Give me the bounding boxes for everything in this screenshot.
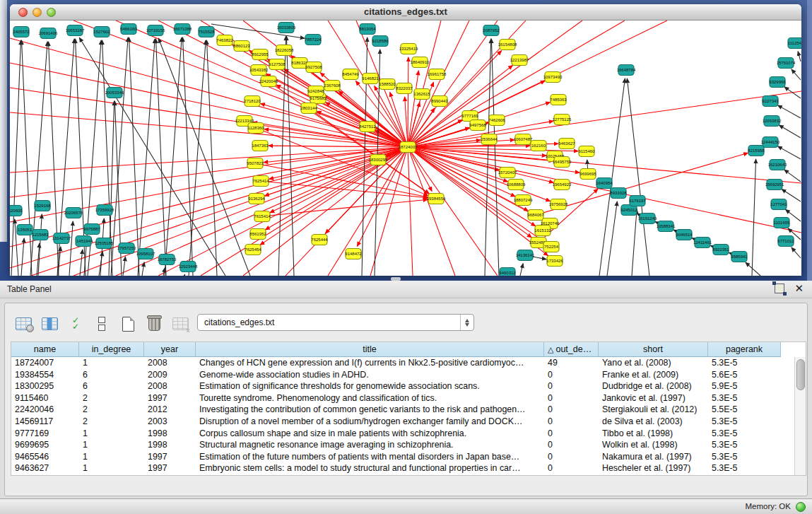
graph-node[interactable]: 9242848: [307, 86, 324, 97]
graph-node[interactable]: 2367608: [324, 81, 341, 91]
graph-edge[interactable]: [777, 146, 801, 159]
table-row[interactable]: 946362711997Embryonic stem cells: a mode…: [11, 462, 806, 474]
graph-node[interactable]: 7515528: [198, 27, 215, 37]
graph-node[interactable]: 1847363: [252, 141, 269, 151]
graph-node[interactable]: 7463822: [216, 35, 233, 46]
table-cell[interactable]: Investigating the contribution of common…: [196, 404, 544, 416]
column-header-title[interactable]: title: [196, 342, 544, 357]
table-cell[interactable]: 5.5E-5: [708, 404, 781, 416]
graph-edge[interactable]: [38, 214, 42, 276]
graph-node[interactable]: 14136141: [516, 250, 535, 261]
graph-node[interactable]: 20691406: [39, 28, 58, 39]
graph-node[interactable]: 9115460: [579, 146, 596, 157]
graph-edge[interactable]: [599, 78, 625, 276]
table-cell[interactable]: Tibbo et al. (1998): [599, 428, 708, 440]
graph-edge[interactable]: [158, 38, 250, 276]
graph-node[interactable]: 1112544: [788, 38, 801, 49]
graph-edge[interactable]: [607, 201, 617, 276]
table-cell[interactable]: de Silva et al. (2003): [599, 416, 708, 428]
table-cell[interactable]: 2012: [144, 404, 196, 416]
graph-edge[interactable]: [792, 247, 801, 258]
graph-edge[interactable]: [408, 147, 413, 276]
graph-node[interactable]: 13142737: [52, 233, 71, 244]
table-cell[interactable]: 0: [544, 451, 599, 463]
graph-node[interactable]: 16671388: [173, 24, 192, 35]
table-cell[interactable]: 2003: [144, 416, 196, 428]
graph-node[interactable]: 18807249: [514, 195, 533, 206]
graph-node[interactable]: 2803144: [300, 103, 317, 114]
table-cell[interactable]: 9699695: [11, 439, 79, 451]
table-cell[interactable]: 1: [79, 439, 144, 451]
table-cell[interactable]: 6: [79, 369, 144, 381]
graph-node[interactable]: 16210643: [768, 160, 787, 170]
graph-node[interactable]: 10543382: [249, 65, 269, 76]
graph-edge[interactable]: [784, 87, 801, 98]
column-header-year[interactable]: year: [144, 342, 196, 357]
graph-node[interactable]: 1588520: [379, 79, 396, 90]
graph-node[interactable]: 8813054: [359, 24, 376, 35]
table-cell[interactable]: 5.3E-5: [708, 439, 781, 451]
graph-node[interactable]: 2520605: [10, 206, 23, 216]
graph-node[interactable]: 135051: [17, 225, 33, 235]
graph-node[interactable]: 2087652: [483, 25, 500, 36]
graph-node[interactable]: 9699695: [579, 169, 596, 180]
minimize-window-icon[interactable]: [33, 8, 42, 17]
graph-edge[interactable]: [80, 250, 83, 276]
table-cell[interactable]: 5.3E-5: [708, 416, 781, 428]
graph-edge[interactable]: [138, 39, 155, 276]
graph-node[interactable]: 19654923: [553, 180, 572, 190]
graph-node[interactable]: 9218586: [372, 36, 389, 47]
graph-edge[interactable]: [10, 147, 408, 247]
table-cell[interactable]: 2: [79, 416, 144, 428]
graph-edge[interactable]: [22, 40, 32, 276]
table-cell[interactable]: 5.3E-5: [708, 462, 781, 474]
table-cell[interactable]: 9465546: [11, 451, 79, 463]
graph-node[interactable]: 10958107: [136, 249, 155, 259]
graph-edge[interactable]: [485, 39, 491, 276]
table-cell[interactable]: 22420046: [11, 404, 79, 416]
graph-node[interactable]: 2405572: [13, 27, 30, 37]
table-cell[interactable]: 5.3E-5: [708, 428, 781, 440]
graph-node[interactable]: 13325419: [399, 44, 418, 54]
table-cell[interactable]: Disruption of a novel member of a sodium…: [196, 416, 544, 428]
graph-node[interactable]: 15692951: [765, 180, 784, 190]
graph-node[interactable]: 12923448: [179, 262, 198, 272]
table-row[interactable]: 969969511998Structural magnetic resonanc…: [11, 439, 806, 451]
table-cell[interactable]: 14569117: [11, 416, 79, 428]
table-cell[interactable]: 0: [544, 439, 599, 451]
column-header-in_degree[interactable]: in_degree: [79, 342, 144, 357]
table-cell[interactable]: Nakamura et al. (1997): [599, 451, 708, 463]
table-row[interactable]: 1456911722003Disruption of a novel membe…: [11, 416, 806, 428]
table-cell[interactable]: 9115460: [11, 392, 79, 404]
table-cell[interactable]: 0: [544, 369, 599, 381]
graph-node[interactable]: 12775125: [553, 115, 572, 125]
table-cell[interactable]: 5.3E-5: [708, 357, 781, 369]
graph-node[interactable]: 22420046: [259, 76, 278, 87]
table-cell[interactable]: Jankovic et al. (1997): [599, 392, 708, 404]
splitter-handle[interactable]: [391, 277, 401, 281]
graph-node[interactable]: 18226058: [275, 45, 294, 56]
graph-node[interactable]: 12213987: [510, 55, 529, 66]
graph-edge[interactable]: [123, 257, 125, 276]
graph-node[interactable]: 1615132: [534, 226, 551, 236]
table-row[interactable]: 1872400712008Changes of HCN gene express…: [11, 357, 806, 369]
graph-node[interactable]: 9460312: [499, 268, 516, 276]
graph-node[interactable]: 8990443: [431, 96, 448, 107]
graph-node[interactable]: 16961758: [428, 69, 447, 80]
table-cell[interactable]: Estimation of significance thresholds fo…: [196, 380, 544, 392]
graph-node[interactable]: 8922351: [712, 245, 729, 255]
table-row[interactable]: 2242004622012Investigating the contribut…: [11, 404, 806, 416]
graph-node[interactable]: 7485063: [550, 95, 567, 105]
graph-node[interactable]: 8860123: [233, 41, 250, 52]
graph-edge[interactable]: [792, 69, 801, 80]
graph-node[interactable]: 9146821: [362, 74, 379, 84]
graph-node[interactable]: 9585941: [731, 252, 748, 262]
table-options-button[interactable]: [15, 315, 32, 333]
table-cell[interactable]: 5.9E-5: [708, 380, 781, 392]
table-cell[interactable]: Genome-wide association studies in ADHD.: [196, 369, 544, 381]
table-cell[interactable]: 1998: [144, 439, 196, 451]
graph-node[interactable]: 9507823: [247, 158, 264, 169]
table-cell[interactable]: 6: [79, 380, 144, 392]
graph-edge[interactable]: [798, 52, 801, 62]
table-cell[interactable]: 0: [544, 462, 599, 474]
